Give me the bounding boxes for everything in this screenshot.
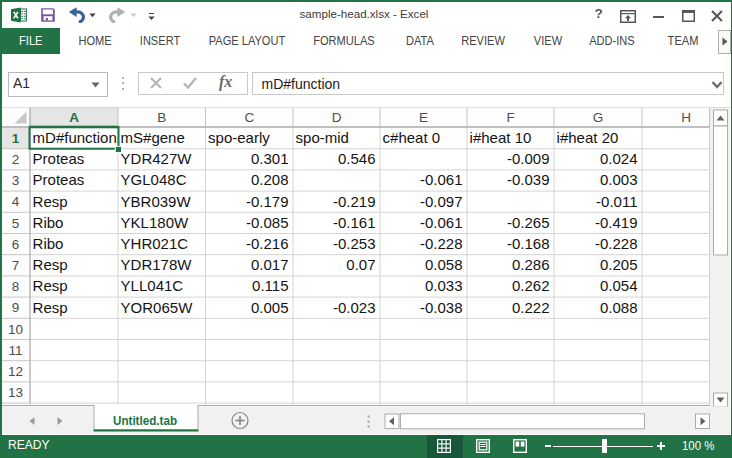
svg-text:c#heat 0: c#heat 0 [383,129,441,146]
svg-text:3: 3 [12,173,20,188]
svg-text:i#heat 20: i#heat 20 [557,129,619,146]
svg-text:-0.039: -0.039 [507,171,550,188]
svg-text:spo-early: spo-early [208,129,270,146]
svg-text:0.262: 0.262 [512,277,550,294]
svg-text:YBR039W: YBR039W [121,193,192,210]
svg-text:8: 8 [12,279,20,294]
svg-text:YKL180W: YKL180W [121,214,189,231]
svg-text:0.208: 0.208 [251,171,289,188]
svg-text:0.017: 0.017 [251,256,289,273]
svg-text:6: 6 [12,237,20,252]
svg-text:0.222: 0.222 [512,299,550,316]
svg-text:0.058: 0.058 [425,256,463,273]
svg-text:-0.216: -0.216 [246,235,289,252]
svg-text:G: G [593,110,604,125]
svg-text:YDR427W: YDR427W [121,150,193,167]
svg-text:C: C [244,110,254,125]
svg-text:-0.168: -0.168 [507,235,550,252]
svg-text:-0.038: -0.038 [420,299,463,316]
svg-text:-0.011: -0.011 [596,193,637,210]
svg-text:0.205: 0.205 [600,256,638,273]
svg-text:i#heat 10: i#heat 10 [470,129,532,146]
svg-text:-0.161: -0.161 [333,214,376,231]
svg-text:10: 10 [8,322,23,337]
svg-text:YLL041C: YLL041C [121,277,184,294]
svg-text:-0.097: -0.097 [420,193,463,210]
svg-text:Proteas: Proteas [33,150,85,167]
svg-text:11: 11 [8,343,22,358]
svg-text:-0.061: -0.061 [420,214,463,231]
svg-text:0.07: 0.07 [346,256,375,273]
svg-text:4: 4 [12,194,20,209]
svg-text:Ribo: Ribo [33,214,64,231]
svg-text:-0.085: -0.085 [246,214,289,231]
svg-text:A: A [69,110,79,125]
svg-text:Resp: Resp [33,277,68,294]
svg-text:0.088: 0.088 [600,299,638,316]
svg-text:13: 13 [8,385,23,400]
svg-text:-0.253: -0.253 [333,235,376,252]
svg-text:mD#function: mD#function [33,129,117,146]
svg-text:0.024: 0.024 [600,150,638,167]
svg-text:0.546: 0.546 [338,150,376,167]
svg-text:-0.179: -0.179 [246,193,289,210]
svg-text:YOR065W: YOR065W [121,299,194,316]
svg-text:5: 5 [12,216,20,231]
svg-text:YDR178W: YDR178W [121,256,193,273]
svg-text:0.115: 0.115 [252,277,288,294]
svg-text:2: 2 [12,152,20,167]
svg-text:1: 1 [12,131,20,146]
svg-text:-0.023: -0.023 [333,299,376,316]
svg-text:Ribo: Ribo [33,235,64,252]
svg-text:-0.061: -0.061 [420,171,463,188]
svg-text:YGL048C: YGL048C [121,171,187,188]
svg-text:B: B [157,110,166,125]
svg-text:mS#gene: mS#gene [121,129,185,146]
svg-text:F: F [506,110,514,125]
svg-text:H: H [681,110,691,125]
svg-text:-0.009: -0.009 [507,150,550,167]
svg-text:0.003: 0.003 [600,171,638,188]
svg-text:-0.219: -0.219 [333,193,376,210]
svg-text:-0.419: -0.419 [595,214,638,231]
svg-text:E: E [419,110,428,125]
svg-text:D: D [332,110,342,125]
svg-text:Proteas: Proteas [33,171,85,188]
svg-text:0.054: 0.054 [600,277,638,294]
svg-text:Resp: Resp [33,256,68,273]
svg-text:-0.228: -0.228 [595,235,638,252]
svg-text:spo-mid: spo-mid [296,129,349,146]
svg-text:0.033: 0.033 [425,277,463,294]
svg-text:Resp: Resp [33,299,68,316]
svg-text:0.286: 0.286 [512,256,550,273]
svg-text:-0.265: -0.265 [507,214,550,231]
svg-text:YHR021C: YHR021C [121,235,189,252]
svg-text:9: 9 [12,300,20,315]
svg-text:7: 7 [12,258,20,273]
svg-text:0.005: 0.005 [251,299,289,316]
svg-text:Resp: Resp [33,193,68,210]
svg-text:0.301: 0.301 [251,150,289,167]
svg-text:12: 12 [8,364,23,379]
svg-text:-0.228: -0.228 [420,235,463,252]
svg-text:Untitled.tab: Untitled.tab [113,413,177,428]
